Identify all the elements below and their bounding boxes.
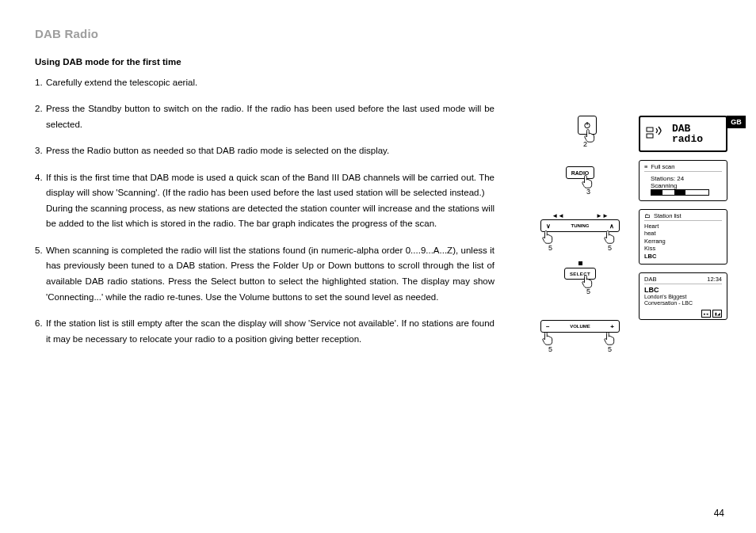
volume-label: VOLUME bbox=[570, 324, 590, 329]
list-icon: ≡ bbox=[644, 163, 647, 170]
hand-icon bbox=[540, 329, 558, 347]
step-number: 5 bbox=[548, 345, 552, 353]
instruction-item: 1.Carefully extend the telescopic aerial… bbox=[35, 75, 494, 91]
instruction-item: 6.If the station list is still empty aft… bbox=[35, 316, 494, 347]
step-text: Carefully extend the telescopic aerial. bbox=[46, 75, 494, 91]
progress-bar bbox=[651, 189, 709, 196]
station-list-item: Kerrang bbox=[644, 238, 722, 245]
tuning-label: TUNING bbox=[571, 223, 590, 228]
diagram-volume: − VOLUME + 5 5 bbox=[540, 320, 620, 364]
screen-time: 12:34 bbox=[707, 276, 722, 283]
station-list-item: Heart bbox=[644, 223, 722, 230]
instruction-list: 1.Carefully extend the telescopic aerial… bbox=[35, 75, 494, 348]
svg-rect-2 bbox=[647, 128, 653, 131]
display-previews: DABradio ≡Full scan Stations: 24 Scannin… bbox=[639, 116, 727, 328]
diagram-select: SELECT 5 bbox=[563, 261, 598, 309]
station-list-item: LBC bbox=[644, 253, 722, 260]
diagram-radio: RADIO 3 bbox=[563, 166, 598, 206]
instruction-item: 5.When scanning is completed the radio w… bbox=[35, 243, 494, 305]
instruction-item: 4.If this is the first time that DAB mod… bbox=[35, 170, 494, 232]
screen-now-playing: DAB12:34 LBC London's Biggest Conversati… bbox=[639, 272, 727, 320]
screen-header: Full scan bbox=[651, 163, 674, 170]
step-number: 5 bbox=[586, 288, 590, 295]
step-text: When scanning is completed the radio wil… bbox=[46, 243, 494, 305]
step-number: 1. bbox=[35, 75, 46, 91]
section-title: DAB Radio bbox=[35, 27, 724, 40]
step-number: 5 bbox=[608, 345, 612, 353]
screen-text: radio bbox=[672, 133, 703, 145]
page-number: 44 bbox=[714, 508, 724, 519]
step-number: 6. bbox=[35, 316, 46, 347]
diagram-standby: 2 bbox=[563, 116, 597, 162]
step-text: Press the Standby button to switch on th… bbox=[46, 101, 494, 132]
step-text: If this is the first time that DAB mode … bbox=[46, 170, 494, 232]
screen-header: Station list bbox=[654, 212, 682, 219]
instruction-item: 2.Press the Standby button to switch on … bbox=[35, 101, 494, 132]
step-number: 5 bbox=[548, 244, 552, 252]
step-number: 3. bbox=[35, 143, 46, 159]
signal-icon bbox=[645, 123, 667, 145]
stereo-icon: ▸◂ bbox=[701, 310, 711, 318]
folder-icon: 🗀 bbox=[644, 212, 651, 219]
screen-station: LBC bbox=[644, 286, 722, 294]
instruction-item: 3.Press the Radio button as needed so th… bbox=[35, 143, 494, 159]
rewind-icon: ◄◄ bbox=[552, 212, 564, 219]
step-number: 2. bbox=[35, 101, 46, 132]
hand-icon bbox=[540, 228, 558, 246]
section-subtitle: Using DAB mode for the first time bbox=[35, 55, 494, 70]
screen-station-list: 🗀Station list HeartheatKerrangKissLBC bbox=[639, 209, 727, 265]
step-number: 4. bbox=[35, 170, 46, 232]
screen-mode: DAB bbox=[644, 276, 656, 283]
station-list-item: Kiss bbox=[644, 245, 722, 252]
step-text: Press the Radio button as needed so that… bbox=[46, 143, 494, 159]
step-number: 2 bbox=[583, 141, 587, 148]
screen-full-scan: ≡Full scan Stations: 24 Scanning bbox=[639, 160, 727, 201]
step-number: 5 bbox=[608, 244, 612, 252]
hand-icon bbox=[602, 228, 620, 246]
language-tab-gb: GB bbox=[727, 116, 746, 128]
screen-text: Stations: 24 bbox=[651, 175, 722, 182]
screen-text: Scanning bbox=[651, 182, 722, 189]
hand-icon bbox=[602, 329, 620, 347]
screen-text: Conversation - LBC bbox=[644, 300, 722, 306]
screen-text: London's Biggest bbox=[644, 294, 722, 300]
button-diagrams: 2 RADIO 3 ◄◄ ►► ∨ TUNING ∧ 5 5 SELECT bbox=[533, 116, 628, 364]
signal-strength-icon: ▮◢ bbox=[712, 310, 722, 318]
svg-rect-3 bbox=[647, 134, 653, 138]
step-number: 5. bbox=[35, 243, 46, 305]
step-text: If the station list is still empty after… bbox=[46, 316, 494, 347]
station-list-item: heat bbox=[644, 230, 722, 237]
stop-icon bbox=[578, 261, 582, 265]
forward-icon: ►► bbox=[596, 212, 609, 219]
diagram-tuning: ◄◄ ►► ∨ TUNING ∧ 5 5 bbox=[540, 212, 620, 257]
step-number: 3 bbox=[586, 188, 590, 196]
screen-dab-mode: DABradio bbox=[639, 116, 727, 152]
